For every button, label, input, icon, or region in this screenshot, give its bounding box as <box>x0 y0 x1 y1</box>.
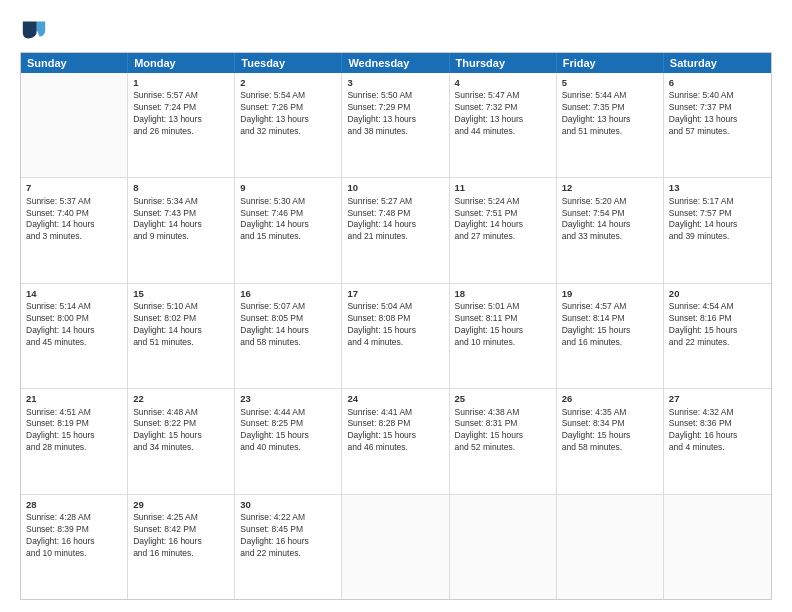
cell-line-3: and 26 minutes. <box>133 126 229 138</box>
cell-line-2: Daylight: 15 hours <box>455 430 551 442</box>
cell-line-3: and 40 minutes. <box>240 442 336 454</box>
cell-line-3: and 52 minutes. <box>455 442 551 454</box>
cell-line-0: Sunrise: 5:34 AM <box>133 196 229 208</box>
cal-cell-1-6: 13Sunrise: 5:17 AMSunset: 7:57 PMDayligh… <box>664 178 771 282</box>
cell-line-3: and 4 minutes. <box>347 337 443 349</box>
header-monday: Monday <box>128 53 235 73</box>
cell-line-1: Sunset: 8:34 PM <box>562 418 658 430</box>
cell-line-1: Sunset: 8:14 PM <box>562 313 658 325</box>
day-number: 22 <box>133 392 229 405</box>
logo <box>20 16 52 44</box>
cell-line-2: Daylight: 14 hours <box>133 325 229 337</box>
cell-line-2: Daylight: 16 hours <box>133 536 229 548</box>
cell-line-0: Sunrise: 5:37 AM <box>26 196 122 208</box>
cell-line-3: and 58 minutes. <box>562 442 658 454</box>
cal-cell-4-1: 29Sunrise: 4:25 AMSunset: 8:42 PMDayligh… <box>128 495 235 599</box>
cal-cell-3-5: 26Sunrise: 4:35 AMSunset: 8:34 PMDayligh… <box>557 389 664 493</box>
day-number: 8 <box>133 181 229 194</box>
cell-line-2: Daylight: 15 hours <box>562 430 658 442</box>
cell-line-1: Sunset: 7:35 PM <box>562 102 658 114</box>
cell-line-3: and 38 minutes. <box>347 126 443 138</box>
day-number: 21 <box>26 392 122 405</box>
day-number: 13 <box>669 181 766 194</box>
cell-line-2: Daylight: 15 hours <box>133 430 229 442</box>
cell-line-3: and 46 minutes. <box>347 442 443 454</box>
cell-line-3: and 39 minutes. <box>669 231 766 243</box>
cell-line-0: Sunrise: 5:40 AM <box>669 90 766 102</box>
cell-line-0: Sunrise: 4:57 AM <box>562 301 658 313</box>
day-number: 15 <box>133 287 229 300</box>
day-number: 25 <box>455 392 551 405</box>
cell-line-3: and 32 minutes. <box>240 126 336 138</box>
cal-cell-2-4: 18Sunrise: 5:01 AMSunset: 8:11 PMDayligh… <box>450 284 557 388</box>
header-thursday: Thursday <box>450 53 557 73</box>
cal-cell-0-5: 5Sunrise: 5:44 AMSunset: 7:35 PMDaylight… <box>557 73 664 177</box>
cell-line-2: Daylight: 15 hours <box>26 430 122 442</box>
cell-line-0: Sunrise: 4:51 AM <box>26 407 122 419</box>
cell-line-0: Sunrise: 5:47 AM <box>455 90 551 102</box>
logo-icon <box>20 16 48 44</box>
cell-line-2: Daylight: 16 hours <box>240 536 336 548</box>
cell-line-2: Daylight: 15 hours <box>455 325 551 337</box>
cell-line-2: Daylight: 14 hours <box>347 219 443 231</box>
cell-line-2: Daylight: 13 hours <box>562 114 658 126</box>
cal-cell-0-3: 3Sunrise: 5:50 AMSunset: 7:29 PMDaylight… <box>342 73 449 177</box>
cal-cell-0-4: 4Sunrise: 5:47 AMSunset: 7:32 PMDaylight… <box>450 73 557 177</box>
cal-cell-3-3: 24Sunrise: 4:41 AMSunset: 8:28 PMDayligh… <box>342 389 449 493</box>
cell-line-1: Sunset: 7:40 PM <box>26 208 122 220</box>
cal-cell-4-4 <box>450 495 557 599</box>
cell-line-3: and 16 minutes. <box>133 548 229 560</box>
day-number: 2 <box>240 76 336 89</box>
day-number: 9 <box>240 181 336 194</box>
cell-line-2: Daylight: 13 hours <box>347 114 443 126</box>
cell-line-2: Daylight: 14 hours <box>26 325 122 337</box>
cell-line-2: Daylight: 14 hours <box>26 219 122 231</box>
day-number: 26 <box>562 392 658 405</box>
cell-line-1: Sunset: 7:29 PM <box>347 102 443 114</box>
cell-line-2: Daylight: 14 hours <box>133 219 229 231</box>
day-number: 3 <box>347 76 443 89</box>
week-row-4: 21Sunrise: 4:51 AMSunset: 8:19 PMDayligh… <box>21 389 771 494</box>
cell-line-0: Sunrise: 5:07 AM <box>240 301 336 313</box>
cell-line-0: Sunrise: 5:01 AM <box>455 301 551 313</box>
cell-line-0: Sunrise: 5:30 AM <box>240 196 336 208</box>
cell-line-3: and 44 minutes. <box>455 126 551 138</box>
cell-line-0: Sunrise: 4:44 AM <box>240 407 336 419</box>
cal-cell-1-3: 10Sunrise: 5:27 AMSunset: 7:48 PMDayligh… <box>342 178 449 282</box>
cal-cell-1-0: 7Sunrise: 5:37 AMSunset: 7:40 PMDaylight… <box>21 178 128 282</box>
day-number: 7 <box>26 181 122 194</box>
cal-cell-0-6: 6Sunrise: 5:40 AMSunset: 7:37 PMDaylight… <box>664 73 771 177</box>
cell-line-1: Sunset: 8:31 PM <box>455 418 551 430</box>
cell-line-0: Sunrise: 4:28 AM <box>26 512 122 524</box>
cal-cell-2-5: 19Sunrise: 4:57 AMSunset: 8:14 PMDayligh… <box>557 284 664 388</box>
cal-cell-0-2: 2Sunrise: 5:54 AMSunset: 7:26 PMDaylight… <box>235 73 342 177</box>
cal-cell-1-2: 9Sunrise: 5:30 AMSunset: 7:46 PMDaylight… <box>235 178 342 282</box>
day-number: 5 <box>562 76 658 89</box>
cell-line-3: and 45 minutes. <box>26 337 122 349</box>
week-row-3: 14Sunrise: 5:14 AMSunset: 8:00 PMDayligh… <box>21 284 771 389</box>
cell-line-3: and 16 minutes. <box>562 337 658 349</box>
cal-cell-4-5 <box>557 495 664 599</box>
cell-line-1: Sunset: 8:16 PM <box>669 313 766 325</box>
cell-line-0: Sunrise: 5:04 AM <box>347 301 443 313</box>
cell-line-1: Sunset: 8:36 PM <box>669 418 766 430</box>
cell-line-0: Sunrise: 5:27 AM <box>347 196 443 208</box>
cell-line-1: Sunset: 7:24 PM <box>133 102 229 114</box>
cal-cell-3-4: 25Sunrise: 4:38 AMSunset: 8:31 PMDayligh… <box>450 389 557 493</box>
cell-line-3: and 3 minutes. <box>26 231 122 243</box>
cal-cell-3-0: 21Sunrise: 4:51 AMSunset: 8:19 PMDayligh… <box>21 389 128 493</box>
cell-line-0: Sunrise: 5:10 AM <box>133 301 229 313</box>
cell-line-3: and 28 minutes. <box>26 442 122 454</box>
day-number: 29 <box>133 498 229 511</box>
day-number: 12 <box>562 181 658 194</box>
cal-cell-2-6: 20Sunrise: 4:54 AMSunset: 8:16 PMDayligh… <box>664 284 771 388</box>
cell-line-0: Sunrise: 5:44 AM <box>562 90 658 102</box>
header-wednesday: Wednesday <box>342 53 449 73</box>
cal-cell-2-3: 17Sunrise: 5:04 AMSunset: 8:08 PMDayligh… <box>342 284 449 388</box>
header-saturday: Saturday <box>664 53 771 73</box>
day-number: 10 <box>347 181 443 194</box>
calendar: SundayMondayTuesdayWednesdayThursdayFrid… <box>20 52 772 600</box>
cell-line-0: Sunrise: 4:54 AM <box>669 301 766 313</box>
cell-line-2: Daylight: 14 hours <box>455 219 551 231</box>
cal-cell-2-0: 14Sunrise: 5:14 AMSunset: 8:00 PMDayligh… <box>21 284 128 388</box>
